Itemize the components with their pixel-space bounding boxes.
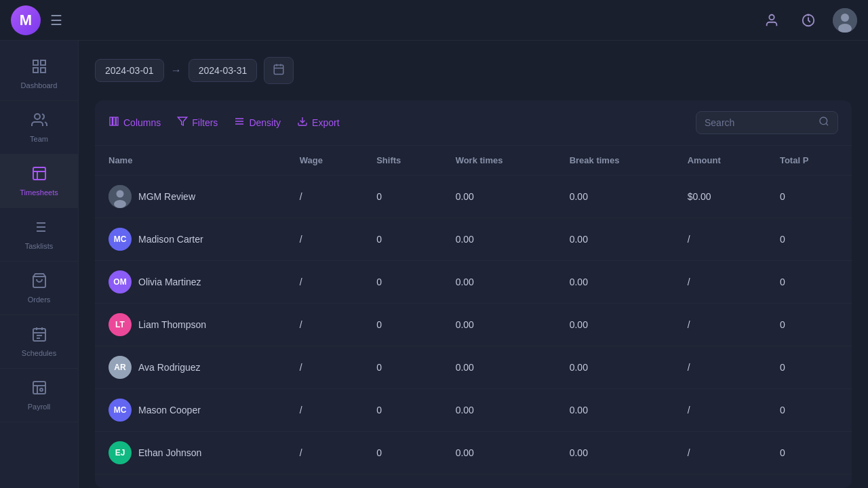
svg-rect-24 [33,382,45,394]
topbar: M ☰ [0,0,868,41]
col-header-wage: Wage [286,146,363,176]
cell-total-p: 0 [766,304,852,346]
cell-name[interactable]: LT Liam Thompson [95,304,286,346]
sidebar-item-orders[interactable]: Orders [0,262,78,315]
table-header: Name Wage Shifts Work times Break times … [95,146,852,176]
search-input[interactable] [705,117,813,128]
cell-total-p: 0 [766,432,852,474]
cell-wage: / [286,432,363,474]
orders-icon [31,272,47,291]
cell-name[interactable]: MGM Review [95,176,286,218]
sidebar-item-payroll[interactable]: Payroll [0,369,78,422]
cell-break-times: 0.00 [556,176,674,218]
sidebar-item-timesheets[interactable]: Timesheets [0,155,78,208]
cell-shifts: 0 [363,218,441,261]
sidebar-label-team: Team [30,135,48,143]
table-container: Columns Filters [95,100,852,488]
sidebar-label-dashboard: Dashboard [21,81,58,89]
topbar-right [760,8,857,33]
svg-point-0 [769,14,774,19]
col-header-break-times: Break times [556,146,674,176]
cell-shifts: 0 [363,261,441,304]
cell-work-times: 0.00 [442,218,556,261]
density-button[interactable]: Density [234,116,281,129]
tasklists-icon [31,219,47,238]
search-box [696,111,838,134]
sidebar-item-dashboard[interactable]: Dashboard [0,47,78,101]
cell-shifts: 0 [363,346,441,389]
date-start-input[interactable]: 2024-03-01 [95,59,164,82]
cell-amount: / [674,432,766,474]
svg-point-42 [114,200,126,208]
cell-break-times: 0.00 [556,389,674,432]
table-row: MC Mason Cooper / 0 0.00 0.00 / 0 [95,389,852,432]
team-icon [31,112,47,131]
timesheets-table: Name Wage Shifts Work times Break times … [95,146,852,474]
export-button[interactable]: Export [297,116,339,129]
density-icon [234,116,245,129]
export-icon [297,116,308,129]
col-header-amount: Amount [674,146,766,176]
table-body: MGM Review / 0 0.00 0.00 $0.00 0 MC Madi… [95,176,852,474]
table-row: MC Madison Carter / 0 0.00 0.00 / 0 [95,218,852,261]
date-end-input[interactable]: 2024-03-31 [189,59,258,82]
search-icon[interactable] [818,116,829,129]
cell-name[interactable]: OM Olivia Martinez [95,261,286,304]
employee-name: Liam Thompson [138,319,206,330]
svg-rect-7 [33,68,38,73]
table-row: EJ Ethan Johnson / 0 0.00 0.00 / 0 [95,432,852,474]
user-avatar[interactable] [833,8,857,33]
columns-button[interactable]: Columns [108,116,161,129]
cell-amount: / [674,389,766,432]
avatar: EJ [108,441,132,464]
cell-work-times: 0.00 [442,176,556,218]
svg-rect-30 [110,117,112,125]
table-row: LT Liam Thompson / 0 0.00 0.00 / 0 [95,304,852,346]
topbar-left: M ☰ [11,5,62,35]
sidebar-item-tasklists[interactable]: Tasklists [0,208,78,262]
calendar-button[interactable] [264,57,294,84]
cell-name[interactable]: MC Mason Cooper [95,389,286,432]
cell-break-times: 0.00 [556,432,674,474]
sidebar-label-orders: Orders [28,296,51,304]
cell-total-p: 0 [766,261,852,304]
columns-icon [108,116,119,129]
cell-wage: / [286,218,363,261]
cell-name[interactable]: MC Madison Carter [95,218,286,261]
payroll-icon [31,380,47,399]
employee-name: MGM Review [138,191,195,202]
cell-wage: / [286,261,363,304]
svg-point-41 [117,190,124,198]
cell-break-times: 0.00 [556,346,674,389]
cell-name[interactable]: AR Ava Rodriguez [95,346,286,389]
employee-name: Mason Cooper [138,405,201,415]
svg-rect-26 [275,65,284,75]
sidebar-item-team[interactable]: Team [0,101,78,155]
employee-name: Madison Carter [138,234,203,245]
svg-marker-33 [178,117,187,125]
timesheets-icon [31,165,47,184]
cell-work-times: 0.00 [442,346,556,389]
user-icon[interactable] [760,8,784,33]
svg-point-9 [35,114,40,119]
col-header-shifts: Shifts [363,146,441,176]
filters-button[interactable]: Filters [177,116,218,129]
sidebar-item-schedules[interactable]: Schedules [0,315,78,369]
cell-break-times: 0.00 [556,218,674,261]
app-logo[interactable]: M [11,5,41,35]
table-row: OM Olivia Martinez / 0 0.00 0.00 / 0 [95,261,852,304]
export-label: Export [312,117,339,128]
svg-point-38 [820,117,827,125]
table-toolbar: Columns Filters [95,100,852,146]
sidebar-label-schedules: Schedules [22,349,56,357]
hamburger-menu[interactable]: ☰ [50,12,62,28]
timer-icon[interactable] [796,8,821,33]
cell-name[interactable]: EJ Ethan Johnson [95,432,286,474]
sidebar-label-timesheets: Timesheets [20,188,58,197]
employee-name: Olivia Martinez [138,277,201,287]
avatar: LT [108,313,132,336]
col-header-work-times: Work times [442,146,556,176]
density-label: Density [249,117,281,128]
cell-wage: / [286,304,363,346]
cell-total-p: 0 [766,389,852,432]
